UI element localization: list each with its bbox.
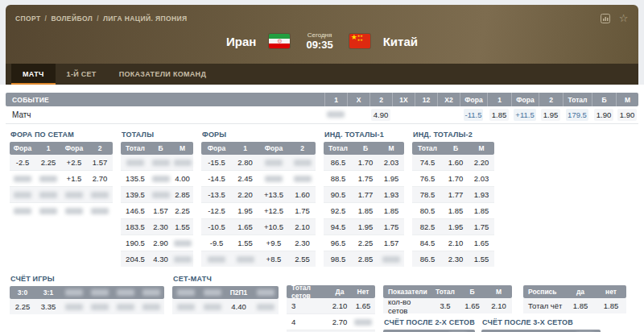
odds-cell[interactable]: 1.95 <box>378 171 404 186</box>
odds-cell[interactable]: 1.70 <box>443 171 469 186</box>
odds-cell[interactable] <box>171 155 193 170</box>
odds-cell[interactable]: 2.30 <box>289 235 316 251</box>
odds-cell[interactable]: 2.85 <box>353 251 378 267</box>
odds-cell[interactable]: 2.80 <box>232 155 258 170</box>
breadcrumb-sport[interactable]: СПОРТ <box>15 15 41 23</box>
odds-cell[interactable]: 1.95 <box>539 109 563 121</box>
odds-cell[interactable]: 3.35 <box>35 299 61 314</box>
odds-cell[interactable]: 1.55 <box>469 251 494 267</box>
odds-cell[interactable]: 1.93 <box>378 187 404 202</box>
odds-cell[interactable]: 1.55 <box>232 235 258 251</box>
table-total-setov: Тотал сетовДаНет32.101.6542.7053.70 <box>287 285 375 332</box>
odds-cell[interactable]: 2.90 <box>150 235 171 251</box>
odds-cell[interactable] <box>150 171 171 186</box>
odds-cell[interactable] <box>324 110 347 119</box>
odds-cell[interactable]: 1.65 <box>459 298 485 313</box>
odds-cell[interactable]: 1.93 <box>469 187 494 202</box>
odds-cell[interactable]: 2.70 <box>87 171 113 186</box>
odds-cell[interactable] <box>289 155 316 170</box>
odds-cell[interactable]: 1.85 <box>378 203 404 218</box>
param-cell[interactable]: 179.5 <box>563 109 592 121</box>
odds-cell[interactable] <box>150 155 171 170</box>
stats-icon[interactable] <box>600 13 610 23</box>
odds-cell[interactable] <box>61 299 87 314</box>
odds-cell[interactable] <box>35 171 61 186</box>
odds-cell[interactable]: 1.75 <box>353 171 378 186</box>
odds-cell[interactable]: 2.45 <box>232 171 258 186</box>
odds-cell[interactable]: 2.10 <box>289 219 316 234</box>
odds-cell[interactable] <box>35 203 61 218</box>
odds-cell[interactable] <box>150 187 171 202</box>
odds-cell[interactable]: 1.60 <box>443 155 469 170</box>
odds-cell[interactable] <box>232 251 258 267</box>
odds-cell[interactable]: 1.60 <box>289 187 316 202</box>
tab-0[interactable]: МАТЧ <box>11 64 56 85</box>
odds-cell[interactable]: 1.75 <box>289 203 316 218</box>
odds-cell[interactable] <box>351 314 375 330</box>
odds-cell[interactable]: 1.65 <box>351 298 375 313</box>
odds-cell[interactable]: 1.85 <box>469 203 494 218</box>
odds-cell[interactable]: 1.85 <box>565 298 596 313</box>
favorite-star-icon[interactable]: ☆ <box>618 13 629 23</box>
odds-cell[interactable] <box>378 251 404 267</box>
odds-cell[interactable]: 1.77 <box>353 187 378 202</box>
odds-cell[interactable]: 2.70 <box>328 314 351 330</box>
odds-cell[interactable] <box>113 299 138 314</box>
odds-cell[interactable] <box>252 299 279 314</box>
odds-cell[interactable]: 2.20 <box>469 155 494 170</box>
param-cell[interactable]: -11.5 <box>460 109 487 121</box>
odds-cell[interactable]: 2.30 <box>150 219 171 234</box>
odds-cell[interactable]: 1.85 <box>443 203 469 218</box>
odds-cell[interactable] <box>199 299 225 314</box>
odds-cell[interactable]: 4.30 <box>150 251 171 267</box>
odds-cell[interactable]: 1.65 <box>232 219 258 234</box>
odds-cell[interactable]: 1.65 <box>469 235 494 251</box>
odds-cell[interactable]: 4.40 <box>225 299 252 314</box>
odds-cell[interactable]: 1.90 <box>616 109 638 121</box>
odds-cell[interactable]: 2.25 <box>171 203 193 218</box>
tab-2[interactable]: ПОКАЗАТЕЛИ КОМАНД <box>108 64 217 85</box>
odds-cell[interactable] <box>171 235 193 251</box>
odds-cell[interactable]: 2.25 <box>10 299 35 314</box>
odds-cell[interactable]: 2.25 <box>353 235 378 251</box>
odds-cell[interactable]: 1.75 <box>469 219 494 234</box>
odds-cell[interactable]: 2.20 <box>232 187 258 202</box>
odds-cell[interactable]: 1.90 <box>592 109 616 121</box>
odds-cell[interactable]: 4.90 <box>369 109 392 121</box>
odds-cell[interactable]: 2.30 <box>443 251 469 267</box>
tab-1[interactable]: 1-Й СЕТ <box>56 64 108 85</box>
odds-cell[interactable]: 1.85 <box>596 298 626 313</box>
odds-cell[interactable]: 1.77 <box>443 187 469 202</box>
breadcrumb-volleyball[interactable]: ВОЛЕЙБОЛ <box>51 15 93 23</box>
odds-cell[interactable] <box>172 299 199 314</box>
odds-cell[interactable]: 2.25 <box>35 155 61 170</box>
odds-cell[interactable]: 2.10 <box>328 298 351 313</box>
odds-cell[interactable] <box>35 187 61 202</box>
odds-cell[interactable]: 1.70 <box>353 155 378 170</box>
odds-cell[interactable]: 1.57 <box>378 235 404 251</box>
odds-cell[interactable]: 1.85 <box>353 203 378 218</box>
odds-cell[interactable]: 1.95 <box>443 219 469 234</box>
odds-cell[interactable]: 2.85 <box>171 187 193 202</box>
odds-cell[interactable]: 2.10 <box>485 298 512 313</box>
odds-cell[interactable]: 4.00 <box>171 171 193 186</box>
odds-cell[interactable]: 2.10 <box>443 235 469 251</box>
param-cell[interactable]: +11.5 <box>511 109 539 121</box>
odds-cell[interactable]: 2.55 <box>289 251 316 267</box>
odds-cell[interactable]: 1.95 <box>353 219 378 234</box>
odds-cell[interactable]: 2.03 <box>378 155 404 170</box>
odds-cell[interactable] <box>289 171 316 186</box>
odds-cell[interactable] <box>87 187 113 202</box>
odds-cell[interactable] <box>87 299 113 314</box>
odds-cell[interactable] <box>87 203 113 218</box>
breadcrumb-league[interactable]: ЛИГА НАЦИЙ. ЯПОНИЯ <box>103 15 188 23</box>
odds-cell[interactable]: 1.95 <box>232 203 258 218</box>
odds-cell[interactable]: 1.75 <box>378 219 404 234</box>
odds-cell[interactable]: 1.85 <box>487 109 511 121</box>
odds-cell[interactable]: 1.55 <box>171 219 193 234</box>
odds-cell[interactable] <box>138 299 164 314</box>
odds-cell[interactable]: 1.57 <box>87 155 113 170</box>
odds-cell[interactable] <box>171 251 193 267</box>
odds-cell[interactable]: 1.57 <box>150 203 171 218</box>
odds-cell[interactable]: 2.03 <box>469 171 494 186</box>
